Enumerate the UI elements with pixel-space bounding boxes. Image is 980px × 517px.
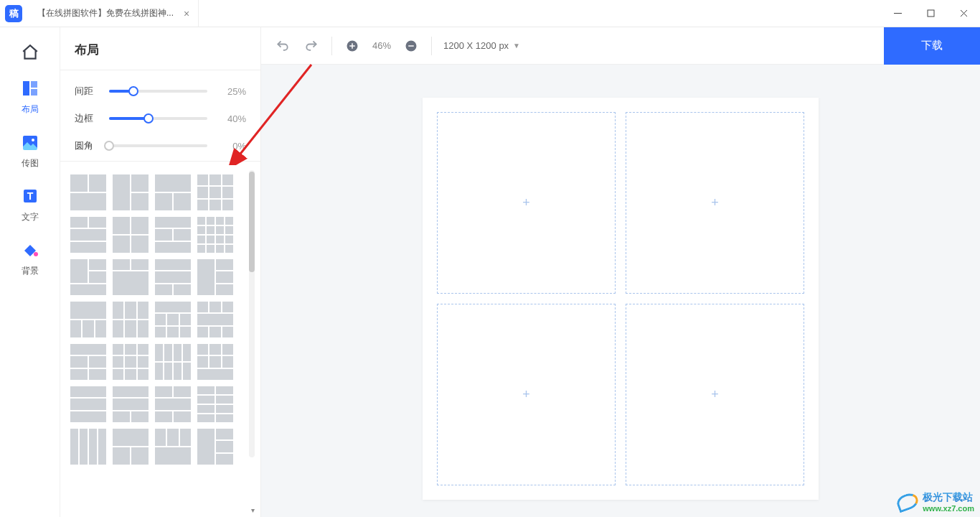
plus-icon: + <box>711 387 719 402</box>
image-drop-cell[interactable]: + <box>626 304 804 485</box>
canvas-area: 46% 1200 X 1200 px ▼ 下载 + + + + <box>261 27 980 517</box>
template-item[interactable] <box>70 217 106 253</box>
template-item[interactable] <box>70 174 106 210</box>
plus-icon: + <box>711 195 719 210</box>
app-badge: 稿 <box>0 0 27 27</box>
template-item[interactable] <box>197 259 233 295</box>
template-grid <box>70 174 253 465</box>
svg-rect-1 <box>928 10 934 17</box>
layout-icon <box>21 79 39 98</box>
templates-scrollbar[interactable] <box>249 170 255 457</box>
slider-spacing-label: 间距 <box>75 85 99 98</box>
separator <box>431 37 432 55</box>
redo-button[interactable] <box>303 37 320 55</box>
templates-scroll-thumb[interactable] <box>249 172 255 272</box>
template-item[interactable] <box>113 259 149 295</box>
template-item[interactable] <box>197 217 233 253</box>
rail-item-text[interactable]: T 文字 <box>9 187 52 223</box>
slider-radius-label: 圆角 <box>75 139 99 152</box>
svg-point-8 <box>32 139 34 141</box>
plus-icon: + <box>522 195 530 210</box>
rail-item-home[interactable] <box>9 43 52 62</box>
rail-label-layout: 布局 <box>22 103 39 116</box>
slider-border-track[interactable] <box>109 117 207 120</box>
canvas-size-text: 1200 X 1200 px <box>443 40 509 51</box>
home-icon <box>21 43 39 62</box>
template-item[interactable] <box>70 344 106 380</box>
template-item[interactable] <box>113 386 149 422</box>
layout-templates: ▾ <box>60 162 260 517</box>
template-item[interactable] <box>155 302 191 337</box>
separator <box>331 37 332 55</box>
rail-item-upload[interactable]: 传图 <box>9 133 52 169</box>
template-item[interactable] <box>155 217 191 253</box>
rail-item-background[interactable]: 背景 <box>9 241 52 277</box>
slider-radius: 圆角 0% <box>75 139 246 152</box>
plus-icon: + <box>522 387 530 402</box>
image-drop-cell[interactable]: + <box>626 112 804 294</box>
titlebar: 稿 【在线拼图软件】免费在线拼图神... × <box>0 0 980 27</box>
zoom-percent: 46% <box>372 40 391 51</box>
window-maximize-button[interactable] <box>914 0 947 27</box>
template-item[interactable] <box>155 259 191 295</box>
template-item[interactable] <box>113 344 149 380</box>
svg-rect-4 <box>23 81 29 96</box>
template-item[interactable] <box>197 174 233 210</box>
rail-label-text: 文字 <box>22 211 39 223</box>
template-item[interactable] <box>197 386 233 422</box>
tab-close-icon[interactable]: × <box>184 8 189 19</box>
template-item[interactable] <box>113 217 149 253</box>
slider-spacing-value: 25% <box>217 86 246 97</box>
template-item[interactable] <box>70 429 106 465</box>
zoom-in-button[interactable] <box>344 37 361 55</box>
window-minimize-button[interactable] <box>881 0 914 27</box>
image-drop-cell[interactable]: + <box>437 112 616 294</box>
svg-rect-5 <box>31 81 37 88</box>
slider-spacing-track[interactable] <box>109 90 207 93</box>
template-item[interactable] <box>197 302 233 337</box>
template-item[interactable] <box>197 344 233 380</box>
template-item[interactable] <box>70 259 106 295</box>
app-badge-text: 稿 <box>5 5 22 22</box>
layout-panel: 布局 间距 25% 边框 40% 圆角 <box>60 27 261 517</box>
chevron-down-icon[interactable]: ▾ <box>251 506 255 514</box>
template-item[interactable] <box>197 429 233 465</box>
template-item[interactable] <box>113 302 149 337</box>
rail-label-upload: 传图 <box>22 157 39 169</box>
paint-bucket-icon <box>21 241 39 259</box>
rail-item-layout[interactable]: 布局 <box>9 79 52 116</box>
template-item[interactable] <box>155 429 191 465</box>
template-item[interactable] <box>113 429 149 465</box>
template-item[interactable] <box>155 344 191 380</box>
slider-border: 边框 40% <box>75 112 246 125</box>
watermark-text: 极光下载站 www.xz7.com <box>923 491 974 513</box>
watermark-line2: www.xz7.com <box>923 504 974 513</box>
template-item[interactable] <box>113 174 149 210</box>
slider-border-value: 40% <box>217 113 246 124</box>
template-item[interactable] <box>155 174 191 210</box>
watermark-line1: 极光下载站 <box>923 491 974 504</box>
artboard: + + + + <box>423 98 819 500</box>
tab[interactable]: 【在线拼图软件】免费在线拼图神... × <box>27 0 199 27</box>
image-drop-cell[interactable]: + <box>437 304 616 485</box>
sidebar-rail: 布局 传图 T 文字 背景 <box>0 27 60 517</box>
slider-border-label: 边框 <box>75 112 99 125</box>
svg-text:T: T <box>27 190 33 202</box>
canvas-size-selector[interactable]: 1200 X 1200 px ▼ <box>443 40 520 51</box>
canvas-toolbar: 46% 1200 X 1200 px ▼ 下载 <box>261 27 980 65</box>
slider-radius-track[interactable] <box>109 144 207 147</box>
template-item[interactable] <box>70 386 106 422</box>
template-item[interactable] <box>155 386 191 422</box>
svg-rect-6 <box>31 89 37 96</box>
undo-button[interactable] <box>274 37 291 55</box>
tab-title: 【在线拼图软件】免费在线拼图神... <box>37 7 174 19</box>
text-icon: T <box>21 187 39 205</box>
slider-spacing: 间距 25% <box>75 85 246 98</box>
image-icon <box>21 133 39 152</box>
download-button[interactable]: 下载 <box>884 27 980 65</box>
chevron-down-icon: ▼ <box>513 42 520 50</box>
template-item[interactable] <box>70 302 106 337</box>
window-close-button[interactable] <box>947 0 980 27</box>
zoom-out-button[interactable] <box>402 37 420 55</box>
watermark: 极光下载站 www.xz7.com <box>897 491 974 513</box>
